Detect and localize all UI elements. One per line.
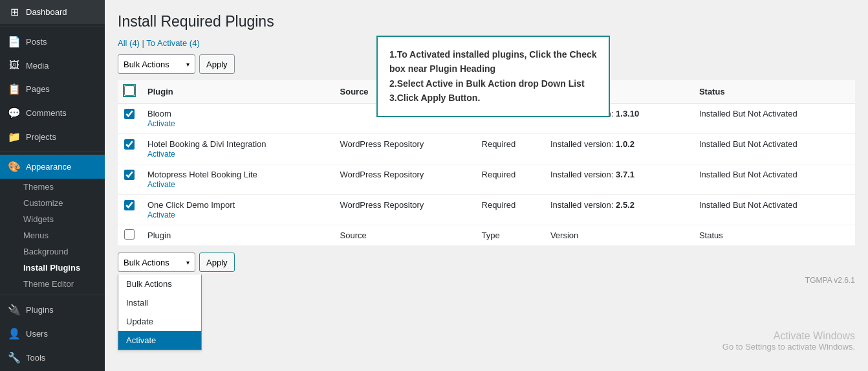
page-title: Install Required Plugins bbox=[118, 13, 855, 30]
row-checkbox-1[interactable] bbox=[124, 139, 135, 150]
row-type: Required bbox=[475, 195, 544, 225]
bottom-bulk-actions-label: Bulk Actions bbox=[124, 258, 169, 267]
tgmpa-version: TGMPA v2.6.1 bbox=[118, 276, 855, 285]
sidebar-item-plugins[interactable]: 🔌 Plugins bbox=[0, 298, 105, 322]
tooltip-line1: 1.To Activated installed plugins, Click … bbox=[389, 49, 597, 60]
dropdown-item-update[interactable]: Update bbox=[118, 312, 201, 331]
sidebar-item-label: Posts bbox=[26, 37, 47, 47]
row-version: Installed version: 1.0.2 bbox=[544, 134, 693, 164]
sidebar-item-label: Plugins bbox=[26, 305, 54, 315]
select-all-checkbox-bottom[interactable] bbox=[124, 229, 135, 240]
sidebar-item-label: Dashboard bbox=[26, 7, 67, 17]
top-bulk-dropdown-wrap: Bulk Actions ▾ bbox=[118, 54, 195, 74]
row-checkbox-cell bbox=[118, 134, 141, 164]
dashboard-icon: ⊞ bbox=[8, 6, 21, 18]
activate-link-0[interactable]: Activate bbox=[147, 119, 175, 128]
dropdown-item-install[interactable]: Install bbox=[118, 293, 201, 312]
media-icon: 🖼 bbox=[8, 60, 21, 71]
top-apply-button[interactable]: Apply bbox=[199, 54, 235, 74]
sidebar-item-posts[interactable]: 📄 Posts bbox=[0, 30, 105, 54]
sidebar-item-dashboard[interactable]: ⊞ Dashboard bbox=[0, 0, 105, 24]
projects-icon: 📁 bbox=[8, 131, 21, 143]
sidebar-item-label: Media bbox=[26, 61, 49, 71]
row-status: Installed But Not Activated bbox=[693, 104, 855, 134]
activate-link-3[interactable]: Activate bbox=[147, 210, 175, 219]
bottom-bulk-actions-dropdown[interactable]: Bulk Actions ▾ bbox=[118, 253, 195, 272]
bottom-bulk-chevron-icon: ▾ bbox=[186, 259, 190, 266]
top-bulk-chevron-icon: ▾ bbox=[186, 61, 190, 68]
sidebar-item-appearance[interactable]: 🎨 Appearance bbox=[0, 155, 105, 179]
row-status: Installed But Not Activated bbox=[693, 195, 855, 225]
sidebar-item-projects[interactable]: 📁 Projects bbox=[0, 125, 105, 149]
footer-plugin-col: Plugin bbox=[141, 225, 334, 246]
sidebar-item-pages[interactable]: 📋 Pages bbox=[0, 77, 105, 101]
table-row: Hotel Booking & Divi Integration Activat… bbox=[118, 134, 855, 164]
footer-checkbox-cell bbox=[118, 225, 141, 246]
row-checkbox-cell bbox=[118, 164, 141, 195]
row-plugin-name: Hotel Booking & Divi Integration Activat… bbox=[141, 134, 334, 164]
sidebar: ⊞ Dashboard 📄 Posts 🖼 Media 📋 Pages 💬 Co… bbox=[0, 0, 105, 371]
footer-source-col: Source bbox=[334, 225, 475, 246]
sidebar-item-users[interactable]: 👤 Users bbox=[0, 322, 105, 346]
bottom-bulk-dropdown-wrap: Bulk Actions ▾ Bulk ActionsInstallUpdate… bbox=[118, 253, 195, 272]
footer-status-col: Status bbox=[693, 225, 855, 246]
row-checkbox-0[interactable] bbox=[124, 109, 135, 119]
main-content: Install Required Plugins All (4) | To Ac… bbox=[105, 0, 868, 371]
sidebar-sub-customize[interactable]: Customize bbox=[0, 195, 105, 211]
posts-icon: 📄 bbox=[8, 36, 21, 48]
sidebar-item-label: Comments bbox=[26, 108, 67, 118]
row-type: Required bbox=[475, 134, 544, 164]
appearance-icon: 🎨 bbox=[8, 161, 21, 173]
bottom-toolbar: Bulk Actions ▾ Bulk ActionsInstallUpdate… bbox=[118, 253, 855, 272]
users-icon: 👤 bbox=[8, 328, 21, 340]
sidebar-item-media[interactable]: 🖼 Media bbox=[0, 54, 105, 77]
sidebar-item-label: Projects bbox=[26, 132, 56, 142]
col-plugin: Plugin bbox=[141, 80, 334, 104]
sidebar-item-label: Appearance bbox=[26, 162, 71, 172]
top-bulk-actions-dropdown[interactable]: Bulk Actions ▾ bbox=[118, 54, 195, 74]
dropdown-item-bulk-actions[interactable]: Bulk Actions bbox=[118, 275, 201, 293]
row-checkbox-2[interactable] bbox=[124, 170, 135, 180]
tools-icon: 🔧 bbox=[8, 352, 21, 364]
row-checkbox-cell bbox=[118, 195, 141, 225]
footer-type-col: Type bbox=[475, 225, 544, 246]
sidebar-sub-install-plugins[interactable]: Install Plugins bbox=[0, 260, 105, 276]
row-plugin-name: Bloom Activate bbox=[141, 104, 334, 134]
sidebar-item-label: Tools bbox=[26, 353, 45, 363]
windows-watermark: Activate Windows Go to Settings to activ… bbox=[722, 330, 855, 352]
row-source: WordPress Repository bbox=[334, 164, 475, 195]
row-checkbox-3[interactable] bbox=[124, 200, 135, 210]
activate-link-2[interactable]: Activate bbox=[147, 180, 175, 189]
row-source: WordPress Repository bbox=[334, 195, 475, 225]
row-plugin-name: Motopress Hotel Booking Lite Activate bbox=[141, 164, 334, 195]
row-version: Installed version: 3.7.1 bbox=[544, 164, 693, 195]
sidebar-item-tools[interactable]: 🔧 Tools bbox=[0, 346, 105, 370]
dropdown-item-activate[interactable]: Activate bbox=[118, 331, 201, 350]
sidebar-sub-menus[interactable]: Menus bbox=[0, 227, 105, 243]
sidebar-sub-background[interactable]: Background bbox=[0, 243, 105, 260]
tooltip-line3: 2.Select Active in Bulk Action drop Down… bbox=[389, 78, 585, 89]
row-plugin-name: One Click Demo Import Activate bbox=[141, 195, 334, 225]
sidebar-sub-themes[interactable]: Themes bbox=[0, 179, 105, 195]
filter-to-activate[interactable]: To Activate (4) bbox=[146, 38, 199, 48]
top-bulk-actions-label: Bulk Actions bbox=[124, 60, 169, 69]
pages-icon: 📋 bbox=[8, 83, 21, 95]
sidebar-item-label: Pages bbox=[26, 84, 50, 94]
tooltip-line4: 3.Click Apply Button. bbox=[389, 93, 480, 103]
row-source: WordPress Repository bbox=[334, 134, 475, 164]
sidebar-sub-widgets[interactable]: Widgets bbox=[0, 211, 105, 227]
row-type: Required bbox=[475, 164, 544, 195]
table-row: Motopress Hotel Booking Lite Activate Wo… bbox=[118, 164, 855, 195]
footer-version-col: Version bbox=[544, 225, 693, 246]
activate-link-1[interactable]: Activate bbox=[147, 150, 175, 159]
filter-all[interactable]: All (4) bbox=[118, 38, 140, 48]
row-status: Installed But Not Activated bbox=[693, 134, 855, 164]
row-status: Installed But Not Activated bbox=[693, 164, 855, 195]
bottom-apply-button[interactable]: Apply bbox=[199, 253, 235, 272]
select-all-checkbox-top[interactable] bbox=[124, 85, 135, 96]
instructions-tooltip: 1.To Activated installed plugins, Click … bbox=[376, 36, 610, 117]
watermark-title: Activate Windows bbox=[722, 330, 855, 342]
comments-icon: 💬 bbox=[8, 107, 21, 119]
sidebar-sub-theme-editor[interactable]: Theme Editor bbox=[0, 276, 105, 292]
sidebar-item-comments[interactable]: 💬 Comments bbox=[0, 101, 105, 125]
